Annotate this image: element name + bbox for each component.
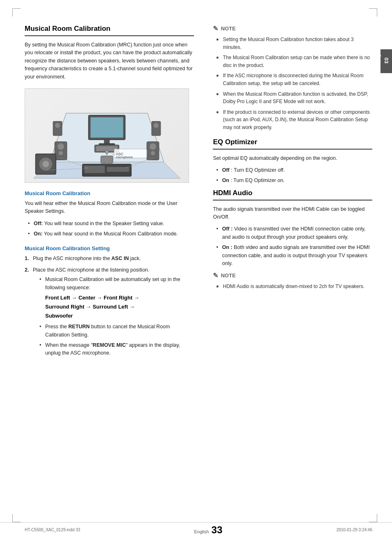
svg-rect-3: [90, 117, 123, 138]
subsection1-title: Musical Room Calibration: [25, 190, 194, 196]
note-list-1: Setting the Musical Room Calibration fun…: [213, 36, 372, 131]
note-section-1: ✎ NOTE Setting the Musical Room Calibrat…: [213, 25, 372, 131]
list-item: On: You will hear sound in the Musical R…: [28, 230, 194, 238]
note-icon: ✎: [213, 25, 218, 32]
svg-point-10: [59, 151, 63, 155]
side-tab: 03 Setup: [380, 49, 392, 73]
note-list-2: HDMI Audio is automatically down-mixed t…: [213, 283, 372, 290]
note-header-1: ✎ NOTE: [213, 25, 372, 32]
subsection2-title: Musical Room Calibration Setting: [25, 245, 194, 251]
bullet-label: Off:: [34, 221, 43, 226]
step-2: 2. Place the ASC microphone at the liste…: [25, 266, 194, 357]
bullet-label: On:: [34, 231, 43, 237]
svg-point-26: [105, 150, 108, 154]
list-item: On : Turn EQ Optimizer on.: [216, 177, 372, 184]
diagram-svg: ASC microphone: [25, 89, 189, 182]
note-item: When the Musical Room Calibration functi…: [216, 90, 372, 106]
sub-bullets: Musical Room Calibration will be automat…: [33, 276, 194, 357]
content-area: Musical Room Calibration By setting the …: [0, 0, 392, 378]
corner-br: [369, 514, 377, 522]
svg-rect-4: [104, 140, 110, 144]
corner-tl: [12, 8, 21, 16]
note-icon-2: ✎: [213, 272, 218, 279]
sub-bullet-item: Musical Room Calibration will be automat…: [39, 276, 194, 320]
bullet-label: Off: [222, 167, 229, 173]
eq-optimizer-title: EQ Optimizer: [213, 138, 372, 150]
main-title: Musical Room Calibration: [25, 25, 194, 36]
svg-text:microphone: microphone: [116, 155, 133, 159]
note-section-2: ✎ NOTE HDMI Audio is automatically down-…: [213, 272, 372, 290]
note-item: Setting the Musical Room Calibration fun…: [216, 36, 372, 51]
page-number: 33: [212, 524, 223, 536]
list-item: On : Both video and audio signals are tr…: [216, 244, 372, 267]
note-header-2: ✎ NOTE: [213, 272, 372, 279]
svg-rect-23: [107, 167, 129, 172]
list-item: Off : Turn EQ Optimizer off.: [216, 166, 372, 174]
list-item: Off: You will hear sound in the the Spea…: [28, 220, 194, 228]
note-item: The Musical Room Calibration setup can b…: [216, 54, 372, 69]
steps-list: 1. Plug the ASC microphone into the ASC …: [25, 255, 194, 357]
sub-bullet-item: Press the RETURN button to cancel the Mu…: [39, 323, 194, 339]
eq-optimizer-body: Set optimal EQ automatically depending o…: [213, 154, 372, 162]
hdmi-audio-bullets: Off : Video is transmitted over the HDMI…: [213, 225, 372, 267]
note-item: HDMI Audio is automatically down-mixed t…: [216, 283, 372, 290]
svg-point-16: [42, 161, 49, 167]
list-item: Off : Video is transmitted over the HDMI…: [216, 225, 372, 241]
note-item: If the product is connected to external …: [216, 108, 372, 131]
page-wrapper: 03 Setup Musical Room Calibration By set…: [0, 0, 392, 537]
note-label-2: NOTE: [221, 272, 235, 279]
footer-left: HT-C5500_XAC_0129.indd 33: [25, 528, 80, 532]
svg-point-18: [55, 123, 60, 128]
side-tab-number: 03: [383, 58, 390, 63]
page-number-area: English 33: [194, 524, 223, 536]
side-tab-label: Setup: [377, 54, 382, 68]
note-item: If the ASC microphone is disconnected du…: [216, 72, 372, 87]
svg-point-12: [150, 143, 156, 150]
svg-point-20: [154, 123, 159, 128]
hdmi-audio-body: The audio signals transmitted over the H…: [213, 205, 372, 221]
corner-bl: [12, 514, 21, 522]
footer: HT-C5500_XAC_0129.indd 33 English 33 201…: [0, 522, 392, 537]
svg-rect-22: [84, 166, 105, 173]
svg-point-13: [151, 151, 155, 155]
step-1: 1. Plug the ASC microphone into the ASC …: [25, 255, 194, 263]
intro-text: By setting the Musical Room Calibration …: [25, 41, 194, 81]
eq-optimizer-bullets: Off : Turn EQ Optimizer off. On : Turn E…: [213, 166, 372, 185]
step-num: 2.: [25, 266, 29, 274]
subsection1-body: You will hear either the Musical Room Ca…: [25, 200, 194, 216]
footer-right: 2010-01-29 3:24:46: [337, 528, 372, 532]
arrow-sequence: Front Left → Center → Front Right →Surro…: [45, 293, 194, 320]
bold-remove-mic: REMOVE MIC: [93, 342, 126, 348]
left-column: Musical Room Calibration By setting the …: [25, 25, 206, 362]
bullet-label: On: [222, 177, 229, 183]
sub-bullet-item: When the message "REMOVE MIC" appears in…: [39, 341, 194, 357]
note-label: NOTE: [221, 25, 235, 32]
bullet-label: On :: [222, 244, 232, 250]
hdmi-audio-title: HDMI Audio: [213, 189, 372, 201]
corner-tr: [369, 8, 377, 16]
subsection1-bullets: Off: You will hear sound in the the Spea…: [25, 220, 194, 238]
page-language: English: [194, 529, 209, 534]
diagram-area: ASC microphone: [25, 88, 189, 183]
bold-text: ASC IN: [111, 256, 129, 261]
svg-point-9: [58, 143, 64, 150]
bold-return: RETURN: [68, 324, 90, 330]
right-column: ✎ NOTE Setting the Musical Room Calibrat…: [206, 25, 372, 362]
step-num: 1.: [25, 255, 29, 263]
bullet-label: Off :: [222, 226, 233, 232]
